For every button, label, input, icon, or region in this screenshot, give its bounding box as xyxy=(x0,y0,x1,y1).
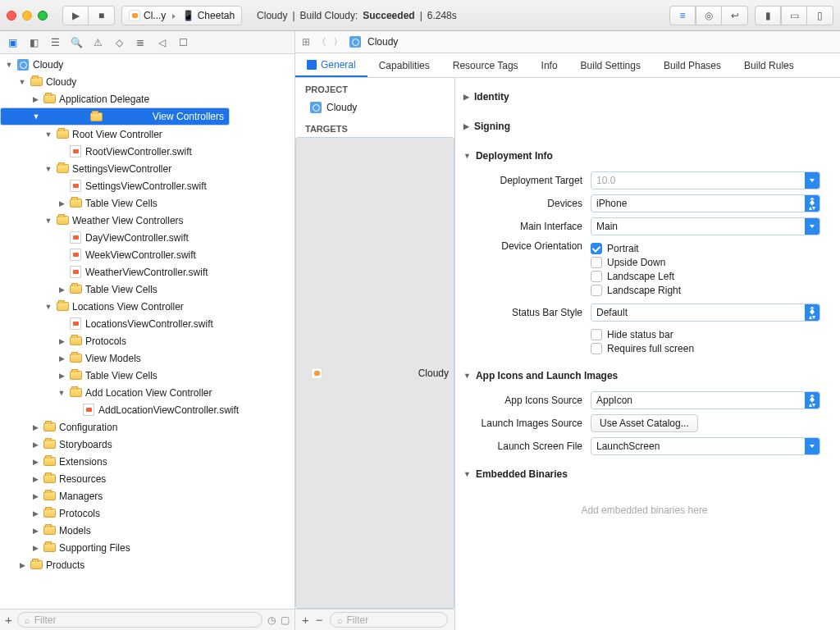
deployment-target-select[interactable]: 10.0 xyxy=(591,171,820,189)
disclosure-icon[interactable] xyxy=(57,389,66,397)
tree-row[interactable]: Storyboards xyxy=(0,436,294,453)
tab-build-rules[interactable]: Build Rules xyxy=(733,53,806,77)
tree-row[interactable]: Protocols xyxy=(0,332,294,349)
target-item[interactable]: Cloudy xyxy=(295,137,454,609)
disclosure-icon[interactable] xyxy=(31,509,39,518)
tree-row[interactable]: Extensions xyxy=(0,453,294,470)
tree-row[interactable]: SettingsViewController xyxy=(0,160,294,177)
tree-row[interactable]: SettingsViewController.swift xyxy=(0,177,294,194)
tree-row[interactable]: Configuration xyxy=(0,418,294,436)
remove-target-button[interactable]: − xyxy=(316,613,323,627)
tree-row[interactable]: Table View Cells xyxy=(0,367,294,384)
disclosure-icon[interactable] xyxy=(57,372,66,380)
scm-filter-button[interactable]: ▢ xyxy=(281,614,290,626)
disclosure-icon[interactable] xyxy=(18,78,26,86)
file-tree[interactable]: CloudyCloudyApplication DelegateView Con… xyxy=(0,54,294,609)
tree-row[interactable]: Managers xyxy=(0,487,294,504)
toggle-navigator-button[interactable]: ▮ xyxy=(755,6,781,25)
tree-row[interactable]: Table View Cells xyxy=(0,281,294,298)
disclosure-icon[interactable] xyxy=(31,492,39,500)
tree-row[interactable]: Root View Controller xyxy=(0,126,294,143)
disclosure-icon[interactable] xyxy=(31,458,39,466)
tab-capabilities[interactable]: Capabilities xyxy=(368,53,441,77)
scheme-selector[interactable]: Cl...y 📱 Cheetah xyxy=(121,6,242,25)
app-icons-source-select[interactable]: AppIcon▴▾ xyxy=(591,391,820,409)
requires-full-screen-checkbox[interactable]: Requires full screen xyxy=(591,343,694,354)
use-asset-catalog-button[interactable]: Use Asset Catalog... xyxy=(591,414,698,432)
tree-row[interactable]: Supporting Files xyxy=(0,539,294,556)
jump-bar[interactable]: ⊞ 〈 〉 Cloudy xyxy=(295,31,840,53)
tree-row[interactable]: Resources xyxy=(0,470,294,487)
minimize-window-button[interactable] xyxy=(22,11,32,21)
debug-navigator-icon[interactable]: ≣ xyxy=(133,35,148,50)
outline-filter[interactable]: ⌕ Filter xyxy=(330,612,448,628)
related-items-icon[interactable]: ⊞ xyxy=(302,36,310,48)
tree-row[interactable]: Locations View Controller xyxy=(0,298,294,315)
tree-row[interactable]: Models xyxy=(0,522,294,539)
find-navigator-icon[interactable]: 🔍 xyxy=(69,35,84,50)
tab-build-phases[interactable]: Build Phases xyxy=(652,53,733,77)
landscape-right-checkbox[interactable]: Landscape Right xyxy=(591,285,681,296)
tree-row[interactable]: Weather View Controllers xyxy=(0,212,294,229)
add-target-button[interactable]: + xyxy=(302,613,309,627)
tab-info[interactable]: Info xyxy=(530,53,569,77)
signing-section-header[interactable]: ▶Signing xyxy=(463,116,825,137)
disclosure-icon[interactable] xyxy=(18,561,26,569)
disclosure-icon[interactable] xyxy=(44,165,52,173)
tree-row[interactable]: Add Location View Controller xyxy=(0,384,294,401)
breakpoint-navigator-icon[interactable]: ◁ xyxy=(154,35,169,50)
tree-row[interactable]: View Models xyxy=(0,349,294,367)
disclosure-icon[interactable] xyxy=(31,441,39,449)
launch-screen-select[interactable]: LaunchScreen xyxy=(591,437,820,455)
project-item[interactable]: Cloudy xyxy=(295,98,454,117)
recent-filter-button[interactable]: ◷ xyxy=(267,614,276,626)
disclosure-icon[interactable] xyxy=(57,354,66,363)
back-button-icon[interactable]: 〈 xyxy=(317,35,326,49)
tree-row[interactable]: Table View Cells xyxy=(0,194,294,212)
tab-general[interactable]: General xyxy=(295,53,368,77)
tree-row[interactable]: DayViewController.swift xyxy=(0,229,294,246)
disclosure-icon[interactable] xyxy=(44,130,52,139)
editor-standard-button[interactable]: ≡ xyxy=(669,6,696,25)
tab-resource-tags[interactable]: Resource Tags xyxy=(441,53,530,77)
tree-row[interactable]: Application Delegate xyxy=(0,90,294,107)
portrait-checkbox[interactable]: Portrait xyxy=(591,243,681,254)
disclosure-icon[interactable] xyxy=(44,217,52,225)
main-interface-select[interactable]: Main xyxy=(591,217,820,235)
disclosure-icon[interactable] xyxy=(57,285,66,294)
issue-navigator-icon[interactable]: ⚠ xyxy=(90,35,105,50)
landscape-left-checkbox[interactable]: Landscape Left xyxy=(591,271,681,282)
tree-row[interactable]: Products xyxy=(0,556,294,573)
symbol-navigator-icon[interactable]: ☰ xyxy=(48,35,62,50)
tree-row[interactable]: Cloudy xyxy=(0,73,294,90)
add-file-button[interactable]: + xyxy=(5,613,12,627)
upside-down-checkbox[interactable]: Upside Down xyxy=(591,257,681,268)
tree-row[interactable]: AddLocationViewController.swift xyxy=(0,401,294,418)
disclosure-icon[interactable] xyxy=(31,95,39,103)
disclosure-icon[interactable] xyxy=(31,475,39,483)
tab-build-settings[interactable]: Build Settings xyxy=(569,53,652,77)
hide-status-bar-checkbox[interactable]: Hide status bar xyxy=(591,329,694,340)
zoom-window-button[interactable] xyxy=(38,11,48,21)
embedded-binaries-section-header[interactable]: ▼Embedded Binaries xyxy=(463,463,825,485)
disclosure-icon[interactable] xyxy=(32,112,40,121)
report-navigator-icon[interactable]: ☐ xyxy=(176,35,190,50)
editor-version-button[interactable]: ↩ xyxy=(722,6,748,25)
project-navigator-icon[interactable]: ▣ xyxy=(5,35,20,50)
disclosure-icon[interactable] xyxy=(31,527,39,535)
forward-button-icon[interactable]: 〉 xyxy=(333,35,343,49)
toggle-inspector-button[interactable]: ▯ xyxy=(807,6,833,25)
deployment-section-header[interactable]: ▼Deployment Info xyxy=(463,145,825,167)
disclosure-icon[interactable] xyxy=(5,61,13,69)
editor-assistant-button[interactable]: ◎ xyxy=(696,6,722,25)
tree-row[interactable]: WeekViewController.swift xyxy=(0,246,294,263)
test-navigator-icon[interactable]: ◇ xyxy=(112,35,126,50)
close-window-button[interactable] xyxy=(7,11,16,21)
tree-row[interactable]: View Controllers xyxy=(0,107,230,126)
status-bar-style-select[interactable]: Default▴▾ xyxy=(591,304,820,322)
jump-bar-path[interactable]: Cloudy xyxy=(368,36,398,48)
identity-section-header[interactable]: ▶Identity xyxy=(463,86,825,107)
stop-button[interactable]: ■ xyxy=(89,6,115,25)
navigator-filter[interactable]: ⌕ Filter xyxy=(17,612,262,628)
source-control-navigator-icon[interactable]: ◧ xyxy=(26,35,41,50)
